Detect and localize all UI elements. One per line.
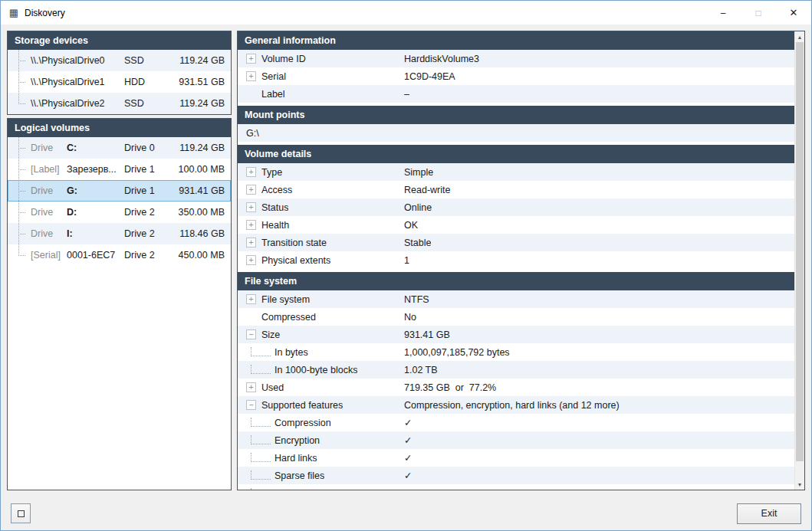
detail-row[interactable]: Sparse files✓ (238, 467, 794, 484)
detail-row[interactable]: −Size931.41 GB (238, 326, 794, 343)
collapse-icon[interactable]: − (246, 329, 256, 339)
volume-size: 100.00 MB (179, 164, 225, 175)
detail-row[interactable]: +Used719.35 GB or 77.2% (238, 379, 794, 396)
left-column: Storage devices \\.\PhysicalDrive0SSD119… (7, 31, 232, 490)
detail-row[interactable]: +HealthOK (238, 216, 794, 234)
footer-bar: Exit (1, 497, 811, 530)
volume-row[interactable]: DriveG:Drive 1931.41 GB (8, 180, 231, 202)
expand-icon[interactable]: + (246, 220, 256, 230)
expand-icon[interactable]: + (246, 238, 256, 247)
detail-row[interactable]: Encryption✓ (238, 431, 794, 449)
scrollbar[interactable]: ▲ ▼ (794, 31, 804, 490)
device-path: \\.\PhysicalDrive1 (31, 77, 124, 87)
detail-value: ✓ (404, 470, 412, 481)
volume-row[interactable]: [Serial]0001-6EC7Drive 2450.00 MB (8, 244, 231, 266)
detail-row-left: +Compressed (238, 312, 404, 323)
storage-device-row[interactable]: \\.\PhysicalDrive0SSD119.24 GB (8, 50, 231, 71)
section-header: General information (238, 31, 794, 50)
detail-row-left: −Supported features (238, 400, 404, 411)
storage-device-row[interactable]: \\.\PhysicalDrive1HDD931.51 GB (8, 71, 231, 93)
volume-kind: Drive (31, 143, 67, 153)
detail-row[interactable]: Hard links✓ (238, 449, 794, 467)
expand-icon[interactable]: + (246, 185, 256, 195)
volume-row[interactable]: DriveC:Drive 0119.24 GB (8, 137, 231, 159)
detail-row[interactable]: In 1000-byte blocks1.02 TB (238, 361, 794, 379)
square-icon (18, 510, 25, 517)
detail-value: – (404, 89, 409, 100)
detail-value: Read-write (404, 185, 450, 195)
volume-row[interactable]: DriveI:Drive 2118.46 GB (8, 223, 231, 244)
scrollbar-down-button[interactable]: ▼ (795, 479, 804, 490)
detail-row[interactable]: +Volume IDHarddiskVolume3 (238, 50, 794, 67)
title-bar[interactable]: ▦ Diskovery – □ ✕ (1, 1, 811, 25)
volume-size: 931.41 GB (179, 185, 225, 196)
detail-row-left: +Type (238, 167, 404, 178)
detail-row[interactable]: +Transition stateStable (238, 234, 794, 251)
collapse-icon[interactable]: − (246, 400, 256, 410)
maximize-icon: □ (755, 8, 761, 18)
detail-value: 931.41 GB (404, 329, 450, 340)
scrollbar-track[interactable] (795, 42, 804, 479)
detail-label: File system (261, 294, 310, 305)
expand-icon[interactable]: + (246, 255, 256, 265)
volume-row[interactable]: DriveD:Drive 2350.00 MB (8, 202, 231, 223)
volume-id: G: (67, 185, 124, 196)
detail-row[interactable]: G:\ (238, 124, 794, 142)
detail-label: Status (261, 202, 288, 213)
scrollbar-up-button[interactable]: ▲ (795, 31, 804, 42)
detail-value: Online (404, 202, 432, 213)
details-content: General information+Volume IDHarddiskVol… (238, 31, 794, 490)
detail-row[interactable]: −Supported featuresCompression, encrypti… (238, 396, 794, 414)
window-title: Diskovery (25, 8, 65, 18)
expand-icon[interactable]: + (246, 71, 256, 81)
tree-connector-icon (251, 418, 271, 427)
detail-row[interactable]: +AccessRead-write (238, 181, 794, 198)
detail-row[interactable]: +CompressedNo (238, 308, 794, 326)
volume-id: C: (67, 143, 124, 153)
detail-label: Volume ID (261, 54, 306, 64)
exit-button[interactable]: Exit (737, 503, 801, 524)
detail-value: NTFS (404, 294, 429, 305)
maximize-button[interactable]: □ (741, 1, 776, 25)
close-icon: ✕ (790, 7, 798, 18)
volume-device: Drive 1 (124, 164, 179, 175)
expand-icon[interactable]: + (246, 167, 256, 177)
detail-label: Encryption (275, 435, 320, 446)
detail-row[interactable]: +Physical extents1 (238, 251, 794, 269)
storage-device-row[interactable]: \\.\PhysicalDrive2SSD119.24 GB (8, 93, 231, 114)
detail-row[interactable]: +Serial1C9D-49EA (238, 67, 794, 85)
detail-row[interactable]: +StatusOnline (238, 198, 794, 216)
expand-icon[interactable]: + (246, 294, 256, 304)
detail-row[interactable]: +File systemNTFS (238, 290, 794, 308)
volume-size: 118.46 GB (179, 228, 225, 239)
scroll-up-icon: ▲ (797, 34, 803, 40)
detail-row[interactable]: USN journal✓ (238, 484, 794, 490)
detail-row[interactable]: +Label– (238, 85, 794, 103)
detail-label: Sparse files (275, 470, 324, 481)
detail-label: Used (261, 382, 284, 393)
tree-connector-icon (251, 347, 271, 356)
detail-row-left: G:\ (238, 128, 404, 139)
detail-row-left: +Physical extents (238, 255, 404, 266)
volume-id: D: (67, 207, 124, 218)
scrollbar-thumb[interactable] (796, 42, 804, 461)
close-button[interactable]: ✕ (776, 1, 811, 25)
detail-row[interactable]: In bytes1,000,097,185,792 bytes (238, 343, 794, 361)
detail-row[interactable]: Compression✓ (238, 414, 794, 431)
main-area: Storage devices \\.\PhysicalDrive0SSD119… (1, 25, 811, 497)
expand-icon[interactable]: + (246, 202, 256, 212)
detail-row[interactable]: +TypeSimple (238, 163, 794, 181)
minimize-button[interactable]: – (705, 1, 741, 25)
expand-icon[interactable]: + (246, 54, 256, 64)
tree-connector-icon (251, 435, 271, 444)
logical-volumes-panel: Logical volumes DriveC:Drive 0119.24 GB[… (7, 118, 232, 490)
expand-icon[interactable]: + (246, 382, 256, 392)
detail-label: G:\ (246, 128, 259, 139)
detail-value: 1,000,097,185,792 bytes (404, 347, 510, 358)
panel-toggle-button[interactable] (11, 503, 31, 523)
detail-row-left: +Health (238, 220, 404, 231)
detail-value: Simple (404, 167, 433, 178)
volume-id: I: (67, 228, 124, 239)
volume-row[interactable]: [Label]Зарезерв...Drive 1100.00 MB (8, 159, 231, 180)
detail-value: ✓ (404, 487, 412, 490)
